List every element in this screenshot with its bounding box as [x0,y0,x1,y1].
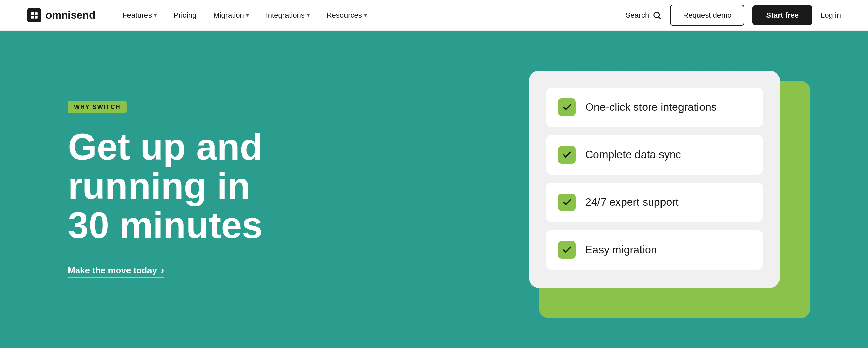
feature-text-migration: Easy migration [585,243,657,256]
chevron-down-icon: ▾ [364,12,367,18]
hero-section: WHY SWITCH Get up and running in 30 minu… [0,31,868,348]
hero-heading: Get up and running in 30 minutes [68,127,322,245]
chevron-down-icon: ▾ [307,12,310,18]
search-icon [652,11,662,20]
logo-text: omnisend [45,9,95,21]
nav-migration-label: Migration [213,11,244,20]
feature-text-integrations: One-click store integrations [585,101,717,113]
hero-left: WHY SWITCH Get up and running in 30 minu… [68,101,529,278]
feature-item-migration: Easy migration [546,230,763,270]
svg-line-5 [659,17,661,19]
chevron-down-icon: ▾ [246,12,249,18]
login-button[interactable]: Log in [821,11,841,20]
feature-text-support: 24/7 expert support [585,196,679,208]
nav-item-resources[interactable]: Resources ▾ [320,8,374,22]
start-free-button[interactable]: Start free [752,5,812,25]
hero-heading-line3: 30 minutes [68,204,263,246]
svg-rect-0 [31,12,34,15]
search-button[interactable]: Search [626,11,662,20]
svg-rect-3 [35,16,38,19]
nav-integrations-label: Integrations [266,11,305,20]
nav-item-features[interactable]: Features ▾ [116,8,163,22]
feature-item-support: 24/7 expert support [546,183,763,222]
hero-heading-line1: Get up and [68,126,262,167]
hero-heading-line2: running in [68,165,250,206]
nav-pricing-label: Pricing [174,11,196,20]
svg-rect-2 [31,16,34,19]
chevron-down-icon: ▾ [154,12,157,18]
request-demo-button[interactable]: Request demo [670,5,744,26]
feature-item-integrations: One-click store integrations [546,88,763,127]
why-switch-badge: WHY SWITCH [68,101,127,113]
nav-items: Features ▾ Pricing Migration ▾ Integrati… [116,8,374,22]
hero-cta-link[interactable]: Make the move today › [68,265,164,278]
features-card: One-click store integrations Complete da… [529,71,780,288]
feature-text-data-sync: Complete data sync [585,148,681,161]
check-icon-integrations [558,98,576,116]
nav-features-label: Features [122,11,152,20]
navbar: omnisend Features ▾ Pricing Migration ▾ … [0,0,868,31]
navbar-right: Search Request demo Start free Log in [626,5,841,26]
feature-item-data-sync: Complete data sync [546,135,763,175]
svg-rect-1 [35,12,38,15]
nav-item-pricing[interactable]: Pricing [167,8,203,22]
arrow-right-icon: › [161,265,164,276]
logo-icon [27,8,41,22]
hero-cta-label: Make the move today [68,265,157,276]
nav-item-integrations[interactable]: Integrations ▾ [259,8,316,22]
nav-resources-label: Resources [327,11,362,20]
logo[interactable]: omnisend [27,8,95,22]
check-icon-migration [558,241,576,259]
check-icon-data-sync [558,146,576,164]
search-label: Search [626,11,649,20]
nav-item-migration[interactable]: Migration ▾ [206,8,255,22]
hero-right: One-click store integrations Complete da… [529,71,800,308]
navbar-left: omnisend Features ▾ Pricing Migration ▾ … [27,8,374,22]
check-icon-support [558,194,576,211]
